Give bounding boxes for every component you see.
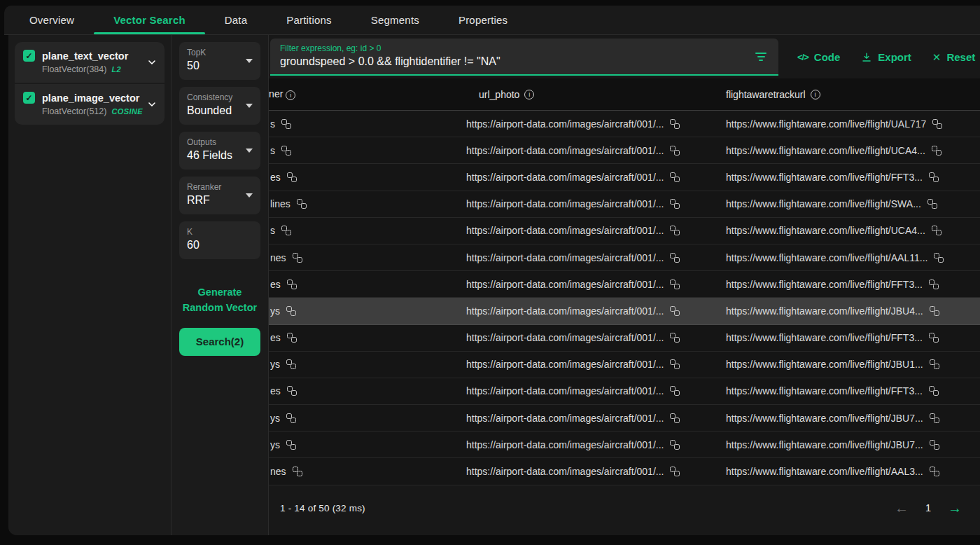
copy-icon[interactable] — [293, 253, 302, 263]
table-row[interactable]: ys https://airport-data.com/images/aircr… — [269, 298, 980, 324]
copy-icon[interactable] — [932, 146, 941, 156]
table-row[interactable]: es https://airport-data.com/images/aircr… — [269, 378, 980, 405]
copy-icon[interactable] — [930, 467, 939, 476]
reranker-select[interactable]: Reranker RRF — [179, 177, 260, 214]
url-photo-cell: https://airport-data.com/images/aircraft… — [447, 252, 715, 263]
generate-random-vector-link[interactable]: Generate Random Vector — [179, 284, 260, 316]
copy-icon[interactable] — [286, 440, 296, 450]
table-row[interactable]: nes https://airport-data.com/images/airc… — [269, 458, 980, 485]
column-header-flightawaretrackurl[interactable]: flightawaretrackurl i — [715, 89, 980, 100]
search-button[interactable]: Search(2) — [179, 328, 260, 356]
copy-icon[interactable] — [670, 359, 680, 369]
copy-icon[interactable] — [670, 467, 680, 476]
table-row[interactable]: es https://airport-data.com/images/aircr… — [269, 271, 980, 298]
tab-overview[interactable]: Overview — [10, 6, 94, 34]
url-photo-cell: https://airport-data.com/images/aircraft… — [447, 279, 715, 290]
copy-icon[interactable] — [670, 172, 680, 182]
outputs-select[interactable]: Outputs 46 Fields — [179, 132, 260, 170]
checkbox-plane-text-vector[interactable]: ✓ — [23, 50, 35, 62]
copy-icon[interactable] — [670, 199, 680, 209]
filter-expression-input[interactable]: Filter expression, eg: id > 0 groundspee… — [270, 39, 778, 76]
reset-button[interactable]: ✕ Reset — [932, 51, 975, 64]
table-row[interactable]: es https://airport-data.com/images/aircr… — [269, 164, 980, 191]
url-photo-value: https://airport-data.com/images/aircraft… — [466, 118, 664, 130]
copy-icon[interactable] — [293, 467, 302, 476]
copy-icon[interactable] — [930, 359, 939, 369]
table-row[interactable]: s https://airport-data.com/images/aircra… — [269, 137, 980, 164]
table-row[interactable]: ys https://airport-data.com/images/aircr… — [269, 405, 980, 432]
table-row[interactable]: s https://airport-data.com/images/aircra… — [269, 111, 980, 137]
copy-icon[interactable] — [927, 199, 937, 209]
flightaware-url-cell: https://www.flightaware.com/live/flight/… — [715, 172, 980, 183]
copy-icon[interactable] — [281, 226, 291, 235]
topk-select[interactable]: TopK 50 — [179, 42, 260, 80]
copy-icon[interactable] — [286, 359, 296, 369]
owner-cell: es — [269, 172, 447, 183]
copy-icon[interactable] — [670, 226, 680, 235]
copy-icon[interactable] — [281, 119, 291, 129]
copy-icon[interactable] — [929, 280, 939, 289]
copy-icon[interactable] — [287, 386, 297, 396]
copy-icon[interactable] — [297, 199, 307, 209]
checkbox-plane-image-vector[interactable]: ✓ — [23, 92, 35, 104]
flightaware-url-value: https://www.flightaware.com/live/flight/… — [726, 413, 923, 424]
current-page-number[interactable]: 1 — [925, 502, 931, 513]
vector-field-card-image[interactable]: ✓ plane_image_vector FloatVector(512) CO… — [15, 83, 164, 125]
vector-field-type: FloatVector(384) — [42, 64, 106, 74]
copy-icon[interactable] — [286, 413, 296, 423]
copy-icon[interactable] — [281, 146, 291, 156]
tab-partitions[interactable]: Partitions — [267, 6, 351, 34]
copy-icon[interactable] — [670, 253, 680, 263]
chevron-down-icon[interactable] — [146, 57, 158, 68]
copy-icon[interactable] — [932, 119, 942, 129]
copy-icon[interactable] — [670, 333, 680, 343]
copy-icon[interactable] — [930, 413, 939, 423]
copy-icon[interactable] — [670, 386, 680, 396]
tab-data[interactable]: Data — [205, 6, 267, 34]
info-icon: i — [524, 90, 534, 99]
tab-properties[interactable]: Properties — [439, 6, 527, 34]
code-button[interactable]: </> Code — [797, 51, 840, 63]
export-button[interactable]: Export — [861, 51, 911, 63]
copy-icon[interactable] — [670, 440, 680, 450]
copy-icon[interactable] — [932, 226, 941, 235]
column-header-owner[interactable]: wner i — [269, 88, 447, 100]
tab-vector-search[interactable]: Vector Search — [94, 6, 205, 34]
previous-page-icon[interactable]: ← — [895, 501, 909, 515]
flightaware-url-cell: https://www.flightaware.com/live/flight/… — [715, 466, 980, 477]
chevron-down-icon[interactable] — [146, 99, 158, 110]
copy-icon[interactable] — [929, 386, 939, 396]
copy-icon[interactable] — [670, 280, 680, 289]
table-row[interactable]: ys https://airport-data.com/images/aircr… — [269, 352, 980, 378]
table-row[interactable]: es https://airport-data.com/images/aircr… — [269, 325, 980, 352]
copy-icon[interactable] — [930, 306, 939, 316]
owner-cell: ys — [269, 305, 447, 317]
next-page-icon[interactable]: → — [948, 501, 962, 515]
copy-icon[interactable] — [287, 172, 297, 182]
url-photo-cell: https://airport-data.com/images/aircraft… — [447, 413, 715, 424]
owner-cell: ys — [269, 413, 447, 424]
copy-icon[interactable] — [670, 306, 680, 316]
copy-icon[interactable] — [670, 146, 680, 156]
copy-icon[interactable] — [670, 413, 680, 423]
owner-cell: nes — [269, 252, 447, 263]
vector-field-card-text[interactable]: ✓ plane_text_vector FloatVector(384) L2 — [15, 42, 164, 83]
copy-icon[interactable] — [929, 333, 939, 343]
copy-icon[interactable] — [929, 172, 939, 182]
copy-icon[interactable] — [286, 306, 296, 316]
table-row[interactable]: nes https://airport-data.com/images/airc… — [269, 244, 980, 271]
k-input[interactable]: K 60 — [179, 221, 260, 259]
consistency-select[interactable]: Consistency Bounded — [179, 87, 260, 125]
copy-icon[interactable] — [670, 119, 680, 129]
flightaware-url-value: https://www.flightaware.com/live/flight/… — [726, 305, 923, 317]
table-row[interactable]: lines https://airport-data.com/images/ai… — [269, 191, 980, 218]
tab-segments[interactable]: Segments — [351, 6, 439, 34]
copy-icon[interactable] — [930, 440, 939, 450]
copy-icon[interactable] — [287, 333, 297, 343]
filter-icon[interactable] — [752, 50, 769, 64]
copy-icon[interactable] — [287, 280, 297, 289]
table-row[interactable]: ys https://airport-data.com/images/aircr… — [269, 432, 980, 458]
copy-icon[interactable] — [934, 253, 944, 263]
table-row[interactable]: s https://airport-data.com/images/aircra… — [269, 218, 980, 244]
column-header-url-photo[interactable]: url_photo i — [447, 89, 715, 100]
